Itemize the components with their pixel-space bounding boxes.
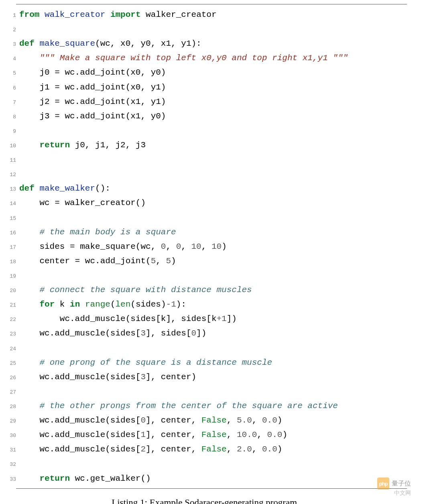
token-txt: (sides) — [130, 300, 166, 309]
code-content: wc.add_muscle(sides[1], center, False, 1… — [19, 428, 411, 442]
code-line: 28 # the other prongs from the center of… — [0, 399, 411, 413]
line-number: 8 — [0, 113, 19, 122]
code-content — [19, 22, 411, 37]
line-number: 23 — [0, 330, 19, 339]
code-content — [19, 384, 411, 399]
listing-caption: Listing 1: Example Sodaracer-generating … — [0, 498, 411, 504]
code-line: 10 return j0, j1, j2, j3 — [0, 138, 411, 152]
token-txt: k — [55, 300, 70, 309]
token-num: 2.0 — [237, 445, 252, 454]
line-number: 17 — [0, 243, 19, 252]
token-num: 0.0 — [262, 445, 277, 454]
token-txt: wc.add_muscle(sides[ — [19, 445, 140, 454]
token-num: -1 — [166, 300, 176, 309]
line-number: 19 — [0, 272, 19, 281]
code-line: 11 — [0, 152, 411, 167]
line-number: 15 — [0, 214, 19, 223]
code-content: # connect the square with distance muscl… — [19, 283, 411, 297]
token-kw: def — [19, 184, 35, 193]
code-line: 20 # connect the square with distance mu… — [0, 283, 411, 297]
line-number: 2 — [0, 26, 19, 35]
line-number: 22 — [0, 315, 19, 324]
code-content: return j0, j1, j2, j3 — [19, 138, 411, 152]
code-line: 21 for k in range(len(sides)-1): — [0, 297, 411, 312]
token-cmt: # the other prongs from the center of th… — [39, 401, 338, 411]
token-cmt: # the main body is a square — [39, 228, 176, 237]
token-builtin: range — [85, 300, 110, 309]
code-content: return wc.get_walker() — [19, 471, 411, 486]
token-txt — [19, 53, 39, 63]
code-line: 29 wc.add_muscle(sides[0], center, False… — [0, 413, 411, 428]
line-number: 1 — [0, 11, 19, 20]
token-txt: , — [252, 416, 262, 425]
token-cmt: # one prong of the square is a distance … — [39, 358, 272, 367]
watermark-sub: 中文网 — [394, 490, 411, 497]
token-kw: return — [39, 474, 70, 483]
code-line: 27 — [0, 384, 411, 399]
token-num: 0 — [191, 329, 196, 338]
line-number: 10 — [0, 142, 19, 150]
code-content: wc.add_muscle(sides[k], sides[k+1]) — [19, 312, 411, 326]
token-txt: j1 = wc.add_joint(x0, y1) — [19, 83, 166, 92]
token-num: 1 — [140, 430, 146, 439]
code-content — [19, 457, 411, 471]
line-number: 5 — [0, 69, 19, 78]
token-txt — [19, 228, 39, 237]
code-line: 6 j1 = wc.add_joint(x0, y1) — [0, 80, 411, 95]
code-line: 13def make_walker(): — [0, 181, 411, 196]
token-txt — [141, 10, 146, 19]
line-number: 6 — [0, 84, 19, 93]
token-txt: ], center, — [146, 445, 201, 454]
token-txt: j2 = wc.add_joint(x1, y1) — [19, 97, 166, 106]
line-number: 13 — [0, 185, 19, 194]
token-num: 0 — [176, 242, 181, 251]
token-num: 0 — [140, 416, 146, 425]
token-num: 3 — [140, 329, 146, 338]
code-block: 1from walk_creator import walker_creator… — [0, 4, 411, 488]
token-num: 0.0 — [267, 430, 283, 439]
code-line: 30 wc.add_muscle(sides[1], center, False… — [0, 428, 411, 442]
token-str: """ Make a square with top left x0,y0 an… — [39, 53, 348, 63]
line-number: 32 — [0, 460, 19, 469]
token-txt: ]) — [227, 314, 237, 323]
code-content: wc = walker_creator() — [19, 196, 411, 210]
token-txt — [105, 10, 110, 19]
token-txt: ], sides[ — [146, 329, 191, 338]
token-num: 10 — [191, 242, 201, 251]
token-txt — [19, 285, 39, 295]
line-number: 24 — [0, 345, 19, 354]
token-txt: wc.get_walker() — [70, 474, 151, 483]
token-num: 2 — [140, 445, 146, 454]
line-number: 26 — [0, 374, 19, 382]
line-number: 25 — [0, 359, 19, 368]
code-content: center = wc.add_joint(5, 5) — [19, 254, 411, 268]
token-fn: walk_creator — [45, 10, 105, 19]
token-txt: wc = walker_creator() — [19, 198, 146, 207]
code-content: wc.add_muscle(sides[3], sides[0]) — [19, 326, 411, 341]
code-line: 1from walk_creator import walker_creator — [0, 8, 411, 22]
line-number: 21 — [0, 301, 19, 310]
line-number: 30 — [0, 431, 19, 440]
token-txt: , — [227, 430, 237, 439]
token-num: 10 — [212, 242, 222, 251]
code-content: # one prong of the square is a distance … — [19, 356, 411, 370]
token-kw: return — [39, 140, 70, 150]
token-txt: ) — [282, 430, 287, 439]
token-txt — [19, 474, 39, 483]
code-content — [19, 341, 411, 356]
code-line: 8 j3 = wc.add_joint(x1, y0) — [0, 109, 411, 124]
token-txt: ) — [277, 445, 283, 454]
line-number: 16 — [0, 229, 19, 238]
token-num: 0.0 — [262, 416, 277, 425]
line-number: 9 — [0, 127, 19, 136]
token-txt — [35, 184, 40, 193]
token-txt: ): — [176, 300, 186, 309]
token-num: 5.0 — [237, 416, 252, 425]
code-line: 24 — [0, 341, 411, 356]
code-content: def make_square(wc, x0, y0, x1, y1): — [19, 37, 411, 51]
token-txt: wc.add_muscle(sides[ — [19, 430, 140, 439]
token-txt: (wc, x0, y0, x1, y1): — [95, 39, 201, 48]
code-content: j1 = wc.add_joint(x0, y1) — [19, 80, 411, 95]
line-number: 27 — [0, 388, 19, 397]
code-line: 22 wc.add_muscle(sides[k], sides[k+1]) — [0, 312, 411, 326]
